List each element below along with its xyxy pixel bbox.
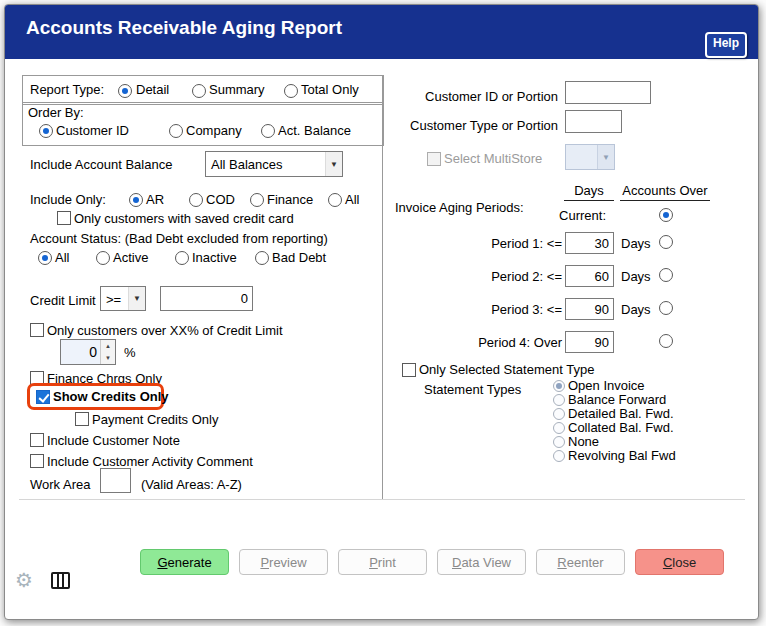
only-selected-statement-label[interactable]: Only Selected Statement Type <box>419 362 594 377</box>
customer-id-label: Customer ID or Portion <box>398 89 558 104</box>
preview-button[interactable]: Preview <box>239 549 328 575</box>
only-selected-statement-checkbox[interactable] <box>402 363 416 377</box>
multistore-dropdown: ▼ <box>565 144 615 170</box>
radio-status-all[interactable] <box>38 251 52 265</box>
radio-include-ar-label[interactable]: AR <box>146 192 164 207</box>
data-view-button[interactable]: Data View <box>437 549 526 575</box>
radio-status-active[interactable] <box>96 251 110 265</box>
print-button[interactable]: Print <box>338 549 427 575</box>
radio-order-company[interactable] <box>169 124 183 138</box>
percent-stepper[interactable]: 0 ▲▼ <box>60 339 116 365</box>
saved-credit-card-checkbox[interactable] <box>57 211 71 225</box>
customer-type-input[interactable] <box>565 110 622 133</box>
radio-status-inactive[interactable] <box>175 251 189 265</box>
chevron-down-icon[interactable]: ▼ <box>128 287 145 310</box>
print-button-label: Print <box>369 555 396 570</box>
radio-status-bad-debt[interactable] <box>255 251 269 265</box>
show-credits-only-checkbox[interactable] <box>36 390 50 404</box>
multistore-dropdown-value <box>566 145 597 169</box>
period-4-input[interactable] <box>565 331 614 353</box>
page-title: Accounts Receivable Aging Report <box>26 17 342 39</box>
include-customer-note-checkbox[interactable] <box>30 433 44 447</box>
period-4-label: Period 4: Over <box>435 335 562 350</box>
chevron-down-icon[interactable]: ▼ <box>325 152 342 176</box>
stepper-arrows[interactable]: ▲▼ <box>100 340 115 364</box>
data-view-button-label: Data View <box>452 555 511 570</box>
radio-report-detail[interactable] <box>118 84 132 98</box>
work-area-input[interactable] <box>100 468 131 493</box>
reenter-button-label: Reenter <box>557 555 603 570</box>
radio-accounts-over-period-4[interactable] <box>659 334 673 348</box>
radio-status-all-label[interactable]: All <box>55 250 69 265</box>
radio-accounts-over-period-2[interactable] <box>659 268 673 282</box>
radio-include-all-label[interactable]: All <box>345 192 359 207</box>
generate-button-label: Generate <box>157 555 211 570</box>
radio-report-total-only[interactable] <box>284 84 298 98</box>
percent-stepper-value: 0 <box>61 340 100 364</box>
customer-type-label: Customer Type or Portion <box>395 118 558 133</box>
radio-include-cod[interactable] <box>189 193 203 207</box>
radio-include-finance[interactable] <box>250 193 264 207</box>
aging-report-dialog: Accounts Receivable Aging Report Help Re… <box>4 4 759 620</box>
radio-include-all[interactable] <box>328 193 342 207</box>
radio-statement-open-invoice-label: Open Invoice <box>568 378 645 393</box>
stepper-up-icon[interactable]: ▲ <box>101 340 115 352</box>
help-button[interactable]: Help <box>705 32 747 58</box>
payment-credits-only-checkbox[interactable] <box>75 412 89 426</box>
radio-include-ar[interactable] <box>129 193 143 207</box>
radio-status-bad-debt-label[interactable]: Bad Debt <box>272 250 326 265</box>
include-customer-activity-label[interactable]: Include Customer Activity Comment <box>47 454 253 469</box>
title-bar: Accounts Receivable Aging Report Help <box>5 5 758 59</box>
radio-statement-balance-forward <box>553 394 565 406</box>
percent-suffix-label: % <box>124 345 136 360</box>
radio-include-finance-label[interactable]: Finance <box>267 192 313 207</box>
radio-accounts-over-period-1[interactable] <box>659 235 673 249</box>
over-credit-limit-label[interactable]: Only customers over XX% of Credit Limit <box>47 323 283 338</box>
radio-order-act-balance[interactable] <box>261 124 275 138</box>
payment-credits-only-label[interactable]: Payment Credits Only <box>92 412 218 427</box>
period-1-input[interactable] <box>565 232 614 254</box>
radio-status-active-label[interactable]: Active <box>113 250 148 265</box>
stepper-down-icon[interactable]: ▼ <box>101 352 115 364</box>
reenter-button[interactable]: Reenter <box>536 549 625 575</box>
radio-statement-balance-forward-label: Balance Forward <box>568 392 666 407</box>
account-balance-dropdown[interactable]: All Balances ▼ <box>205 151 343 177</box>
content-separator <box>19 499 745 500</box>
radio-statement-none <box>553 436 565 448</box>
customer-id-input[interactable] <box>565 81 651 104</box>
radio-order-company-label[interactable]: Company <box>186 123 242 138</box>
ledger-columns-icon-button[interactable] <box>47 568 73 593</box>
radio-report-total-only-label[interactable]: Total Only <box>301 82 359 97</box>
work-area-hint: (Valid Areas: A-Z) <box>141 477 242 492</box>
show-credits-only-label[interactable]: Show Credits Only <box>53 389 169 404</box>
include-customer-note-label[interactable]: Include Customer Note <box>47 433 180 448</box>
radio-order-customer-id[interactable] <box>39 124 53 138</box>
order-by-label: Order By: <box>28 105 84 120</box>
radio-order-act-balance-label[interactable]: Act. Balance <box>278 123 351 138</box>
credit-limit-operator-dropdown[interactable]: >= ▼ <box>100 286 146 311</box>
saved-credit-card-label[interactable]: Only customers with saved credit card <box>74 211 294 226</box>
over-credit-limit-checkbox[interactable] <box>30 323 44 337</box>
account-balance-dropdown-value: All Balances <box>206 152 325 176</box>
radio-include-cod-label[interactable]: COD <box>206 192 235 207</box>
radio-report-summary-label[interactable]: Summary <box>209 82 265 97</box>
credit-limit-input[interactable] <box>160 286 253 311</box>
generate-button[interactable]: Generate <box>140 549 229 575</box>
include-customer-activity-checkbox[interactable] <box>30 454 44 468</box>
close-button[interactable]: Close <box>635 549 724 575</box>
radio-order-customer-id-label[interactable]: Customer ID <box>56 123 129 138</box>
include-only-label: Include Only: <box>30 192 106 207</box>
settings-gear-icon[interactable]: ⚙ <box>12 568 36 592</box>
days-column-header: Days <box>564 183 614 201</box>
radio-statement-detailed-bal-fwd <box>553 408 565 420</box>
radio-report-detail-label[interactable]: Detail <box>136 82 169 97</box>
period-2-input[interactable] <box>565 265 614 287</box>
radio-accounts-over-period-3[interactable] <box>659 301 673 315</box>
radio-statement-revolving-bal-fwd-label: Revolving Bal Fwd <box>568 448 676 463</box>
radio-statement-collated-bal-fwd-label: Collated Bal. Fwd. <box>568 420 674 435</box>
period-3-input[interactable] <box>565 298 614 320</box>
radio-accounts-over-current[interactable] <box>659 208 673 222</box>
radio-report-summary[interactable] <box>192 84 206 98</box>
period-1-days-suffix: Days <box>621 236 651 251</box>
radio-status-inactive-label[interactable]: Inactive <box>192 250 237 265</box>
